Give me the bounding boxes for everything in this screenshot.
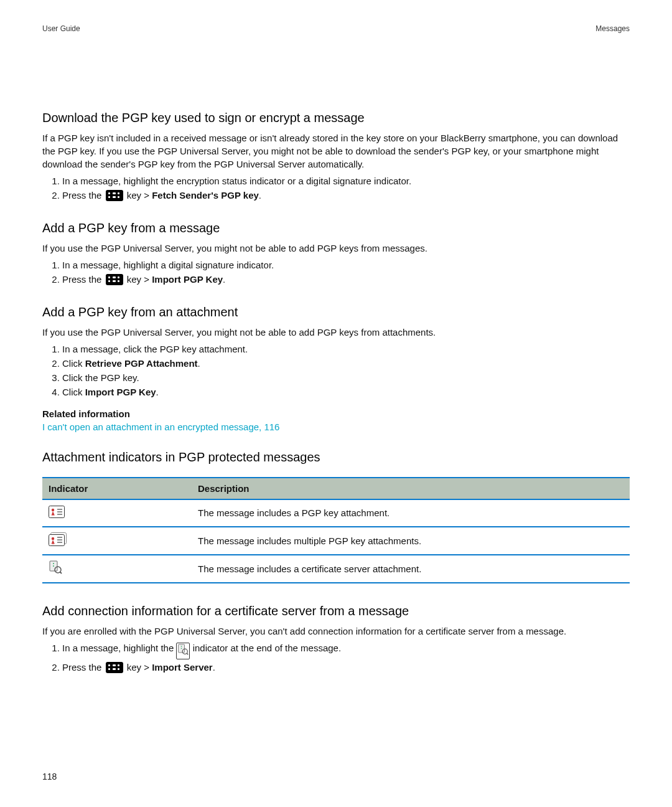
header-right: Messages bbox=[595, 24, 630, 34]
pgp-key-attachment-icon bbox=[49, 506, 65, 521]
step: In a message, highlight a digital signat… bbox=[62, 258, 630, 271]
page-header: User Guide Messages bbox=[42, 24, 630, 34]
step: In a message, highlight the indicator at… bbox=[62, 641, 630, 659]
steps-add-connection: In a message, highlight the indicator at… bbox=[42, 641, 630, 674]
step: Click Retrieve PGP Attachment. bbox=[62, 357, 630, 370]
para-add-from-attachment: If you use the PGP Universal Server, you… bbox=[42, 326, 630, 339]
svg-line-20 bbox=[187, 653, 189, 654]
description-cell: The message includes multiple PGP key at… bbox=[192, 527, 630, 555]
col-indicator: Indicator bbox=[42, 478, 192, 499]
indicator-cell bbox=[42, 527, 192, 555]
steps-download-pgp: In a message, highlight the encryption s… bbox=[42, 174, 630, 202]
heading-add-from-attachment: Add a PGP key from an attachment bbox=[42, 303, 630, 321]
step-text: . bbox=[156, 387, 159, 397]
step: In a message, click the PGP key attachme… bbox=[62, 342, 630, 356]
step-text: key > bbox=[127, 190, 152, 201]
step: Press the key > Import Server. bbox=[62, 661, 630, 674]
description-cell: The message includes a PGP key attachmen… bbox=[192, 499, 630, 527]
svg-point-7 bbox=[52, 537, 54, 540]
step-text: Click bbox=[62, 358, 85, 369]
page-number: 118 bbox=[42, 771, 57, 783]
step-text: Click bbox=[62, 387, 85, 397]
svg-point-1 bbox=[52, 509, 54, 511]
svg-point-13 bbox=[53, 565, 54, 567]
multiple-pgp-key-attachment-icon bbox=[49, 532, 67, 549]
blackberry-menu-key-icon bbox=[106, 662, 123, 673]
step: Press the key > Import PGP Key. bbox=[62, 273, 630, 286]
step-text: . bbox=[198, 358, 200, 369]
document-page: User Guide Messages Download the PGP key… bbox=[0, 0, 672, 807]
step-text: Press the bbox=[62, 662, 105, 672]
step-text: . bbox=[223, 274, 225, 285]
heading-add-from-message: Add a PGP key from a message bbox=[42, 219, 630, 237]
step: In a message, highlight the encryption s… bbox=[62, 174, 630, 187]
step: Click the PGP key. bbox=[62, 371, 630, 384]
svg-line-15 bbox=[60, 572, 62, 573]
step-text: Press the bbox=[62, 274, 105, 285]
blackberry-menu-key-icon bbox=[106, 274, 123, 285]
para-download-pgp: If a PGP key isn't included in a receive… bbox=[42, 131, 630, 171]
svg-point-17 bbox=[181, 646, 182, 647]
step-text: indicator at the end of the message. bbox=[193, 643, 341, 653]
table-row: The message includes multiple PGP key at… bbox=[42, 527, 630, 555]
step-text-bold: Fetch Sender's PGP key bbox=[152, 190, 259, 201]
step-text-bold: Import Server bbox=[152, 662, 213, 672]
indicators-table: Indicator Description bbox=[42, 477, 630, 583]
para-add-from-message: If you use the PGP Universal Server, you… bbox=[42, 242, 630, 255]
related-link[interactable]: I can't open an attachment in an encrypt… bbox=[42, 422, 279, 432]
description-cell: The message includes a certificate serve… bbox=[192, 555, 630, 583]
related-info-heading: Related information bbox=[42, 407, 630, 420]
header-left: User Guide bbox=[42, 24, 80, 34]
heading-indicators: Attachment indicators in PGP protected m… bbox=[42, 448, 630, 466]
step-text: key > bbox=[127, 662, 152, 672]
svg-point-18 bbox=[181, 648, 182, 649]
table-row: The message includes a PGP key attachmen… bbox=[42, 499, 630, 527]
step-text: Press the bbox=[62, 190, 105, 201]
table-header-row: Indicator Description bbox=[42, 478, 630, 499]
step: Click Import PGP Key. bbox=[62, 385, 630, 399]
indicator-cell bbox=[42, 499, 192, 527]
step: Press the key > Fetch Sender's PGP key. bbox=[62, 189, 630, 202]
certificate-server-indicator-icon bbox=[176, 643, 190, 659]
blackberry-menu-key-icon bbox=[106, 190, 123, 201]
col-description: Description bbox=[192, 478, 630, 499]
steps-add-from-attachment: In a message, click the PGP key attachme… bbox=[42, 342, 630, 399]
step-text-bold: Retrieve PGP Attachment bbox=[85, 358, 198, 369]
step-text: In a message, highlight the bbox=[62, 643, 176, 653]
para-add-connection: If you are enrolled with the PGP Univers… bbox=[42, 625, 630, 638]
step-text: . bbox=[259, 190, 261, 201]
step-text-bold: Import PGP Key bbox=[152, 274, 223, 285]
table-row: The message includes a certificate serve… bbox=[42, 555, 630, 583]
heading-download-pgp: Download the PGP key used to sign or enc… bbox=[42, 109, 630, 126]
steps-add-from-message: In a message, highlight a digital signat… bbox=[42, 258, 630, 286]
step-text: . bbox=[213, 662, 215, 672]
step-text-bold: Import PGP Key bbox=[85, 387, 156, 397]
indicator-cell bbox=[42, 555, 192, 583]
heading-add-connection: Add connection information for a certifi… bbox=[42, 602, 630, 620]
step-text: key > bbox=[127, 274, 152, 285]
certificate-server-attachment-icon bbox=[49, 560, 62, 577]
svg-point-12 bbox=[53, 563, 54, 564]
